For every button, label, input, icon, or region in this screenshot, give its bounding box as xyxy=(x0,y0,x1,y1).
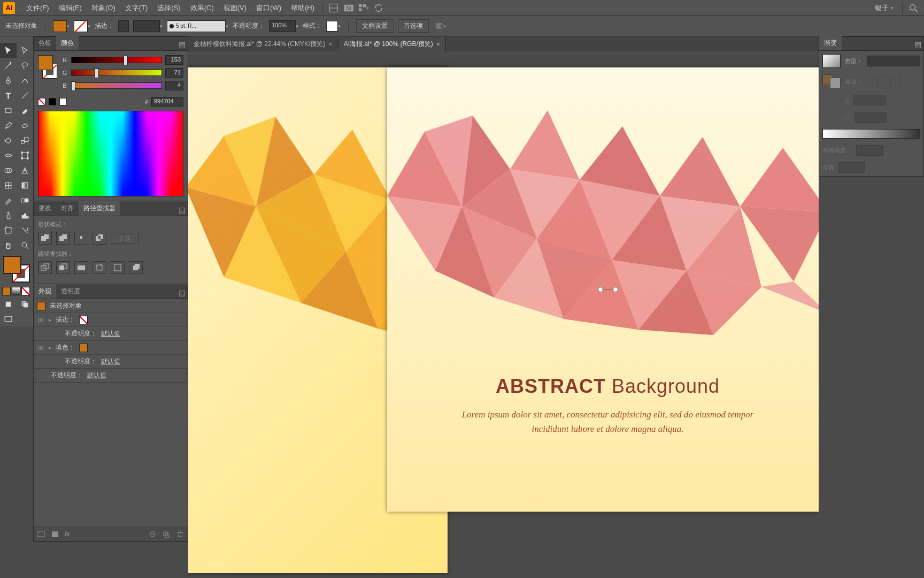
menu-type[interactable]: 文字(T) xyxy=(120,3,153,13)
visibility-icon[interactable] xyxy=(37,344,44,352)
panel-menu-icon[interactable]: ▤ xyxy=(179,288,186,297)
stroke-gradient-across-icon[interactable] xyxy=(890,77,901,86)
fill-swatch[interactable] xyxy=(53,20,67,32)
gradient-preview-swatch[interactable] xyxy=(822,54,841,68)
crop-icon[interactable] xyxy=(93,261,106,274)
lasso-tool[interactable] xyxy=(17,58,33,73)
white-swatch-icon[interactable] xyxy=(59,98,67,105)
magic-wand-tool[interactable] xyxy=(0,58,17,73)
black-swatch-icon[interactable] xyxy=(49,98,56,105)
document-setup-button[interactable]: 文档设置 xyxy=(356,19,394,33)
gradient-stop-opacity-input[interactable] xyxy=(856,145,883,156)
fill-color-box[interactable] xyxy=(3,256,21,274)
delete-icon[interactable] xyxy=(176,530,184,538)
appearance-tab[interactable]: 外观 xyxy=(34,284,56,299)
close-icon[interactable]: × xyxy=(436,40,441,48)
slice-tool[interactable] xyxy=(17,223,33,238)
b-value[interactable]: 4 xyxy=(165,81,183,90)
rotate-tool[interactable] xyxy=(0,133,17,148)
gradient-aspect-input[interactable] xyxy=(854,112,887,123)
trim-icon[interactable] xyxy=(56,261,70,274)
menu-window[interactable]: 窗口(W) xyxy=(251,3,286,13)
stock-icon[interactable]: St xyxy=(343,3,354,13)
document-tab-2[interactable]: AI海报.ai* @ 100% (RGB/预览)× xyxy=(338,37,446,51)
eyedropper-tool[interactable] xyxy=(0,193,17,208)
b-slider[interactable] xyxy=(71,82,162,89)
artboard-tool[interactable] xyxy=(0,223,17,238)
stroke-opacity-row[interactable]: 不透明度： 默认值 xyxy=(34,327,188,341)
perspective-grid-tool[interactable] xyxy=(17,163,33,178)
free-transform-tool[interactable] xyxy=(17,148,33,163)
duplicate-icon[interactable] xyxy=(162,530,171,538)
none-swatch-icon[interactable] xyxy=(38,98,45,105)
none-mode-icon[interactable] xyxy=(21,287,30,295)
pathfinder-tab[interactable]: 路径查找器 xyxy=(79,201,120,216)
swatches-tab[interactable]: 色板 xyxy=(34,36,56,50)
fill-row[interactable]: ▸ 填色： xyxy=(34,341,188,355)
stroke-swatch[interactable] xyxy=(74,20,88,32)
color-spectrum[interactable] xyxy=(38,111,183,196)
shape-builder-tool[interactable] xyxy=(0,163,17,178)
transform-tab[interactable]: 变换 xyxy=(34,201,56,216)
exclude-icon[interactable] xyxy=(93,232,106,245)
add-fill-icon[interactable] xyxy=(51,530,59,538)
opacity-input[interactable]: 100% xyxy=(269,20,296,32)
hex-input[interactable]: 994704 xyxy=(151,97,183,107)
gradient-tool[interactable] xyxy=(17,178,33,193)
direct-selection-tool[interactable] xyxy=(17,43,33,58)
zoom-tool[interactable] xyxy=(17,238,33,253)
minus-front-icon[interactable] xyxy=(56,232,70,245)
gradient-tab[interactable]: 渐变 xyxy=(819,36,842,50)
width-tool[interactable] xyxy=(0,148,17,163)
stroke-width-input[interactable] xyxy=(118,20,129,32)
sync-icon[interactable] xyxy=(373,3,384,13)
r-slider[interactable] xyxy=(71,57,162,63)
pencil-tool[interactable] xyxy=(0,118,17,133)
selection-tool[interactable] xyxy=(0,43,17,58)
menu-effect[interactable]: 效果(C) xyxy=(186,3,219,13)
fill-opacity-row[interactable]: 不透明度： 默认值 xyxy=(34,355,188,369)
divide-icon[interactable] xyxy=(38,261,52,274)
unite-icon[interactable] xyxy=(38,232,52,245)
g-value[interactable]: 71 xyxy=(165,68,183,78)
gradient-type-select[interactable] xyxy=(867,56,920,66)
clear-appearance-icon[interactable] xyxy=(148,530,157,538)
color-tab[interactable]: 颜色 xyxy=(56,36,79,50)
add-effect-icon[interactable]: fx xyxy=(65,530,73,538)
line-segment-tool[interactable] xyxy=(17,88,33,103)
canvas-area[interactable]: ABSTRACT Background Lorem ipsum dolor si… xyxy=(188,51,819,578)
gradient-ramp[interactable] xyxy=(822,129,920,139)
r-value[interactable]: 153 xyxy=(165,55,183,65)
menu-select[interactable]: 选择(S) xyxy=(152,3,185,13)
stroke-row[interactable]: ▸ 描边： xyxy=(34,313,188,327)
color-mode-icon[interactable] xyxy=(2,287,11,295)
variable-width-profile[interactable] xyxy=(133,20,160,32)
panel-menu-icon[interactable]: ▤ xyxy=(914,40,921,49)
stroke-gradient-within-icon[interactable] xyxy=(867,77,877,86)
curvature-tool[interactable] xyxy=(17,73,33,88)
menu-view[interactable]: 视图(V) xyxy=(219,3,251,13)
gradient-annotator[interactable] xyxy=(598,287,618,292)
merge-icon[interactable] xyxy=(74,261,88,274)
document-tab-1[interactable]: 金桔柠檬饮料海报.ai* @ 22.44% (CMYK/预览)× xyxy=(188,37,338,51)
draw-normal-icon[interactable] xyxy=(0,296,17,311)
align-icon[interactable]: ▾ xyxy=(435,21,446,32)
screen-mode-icon[interactable] xyxy=(0,311,17,326)
stroke-attr-swatch[interactable] xyxy=(79,316,88,324)
menu-help[interactable]: 帮助(H) xyxy=(286,3,319,13)
panel-menu-icon[interactable]: ▤ xyxy=(179,206,186,214)
menu-edit[interactable]: 编辑(E) xyxy=(54,3,87,13)
draw-behind-icon[interactable] xyxy=(17,296,33,311)
gradient-fill-stroke[interactable] xyxy=(822,74,841,88)
search-icon[interactable] xyxy=(908,3,919,13)
stroke-gradient-along-icon[interactable] xyxy=(879,77,889,86)
minus-back-icon[interactable] xyxy=(129,261,143,274)
bridge-icon[interactable] xyxy=(328,3,339,13)
transparency-tab[interactable]: 透明度 xyxy=(56,284,85,299)
workspace-switcher[interactable]: 银子▾ xyxy=(869,2,899,14)
g-slider[interactable] xyxy=(71,70,162,76)
close-icon[interactable]: × xyxy=(328,40,333,48)
outline-icon[interactable] xyxy=(111,261,125,274)
preferences-button[interactable]: 首选项 xyxy=(398,19,429,33)
menu-object[interactable]: 对象(O) xyxy=(87,3,120,13)
